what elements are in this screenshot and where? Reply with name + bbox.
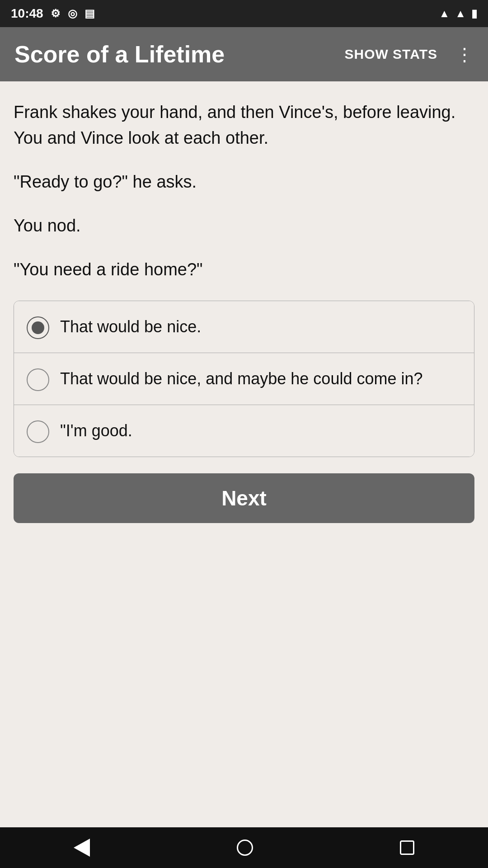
choice-item-1[interactable]: That would be nice. [14, 301, 474, 353]
story-paragraph-1: Frank shakes your hand, and then Vince's… [14, 99, 474, 151]
choice-text-2: That would be nice, and maybe he could c… [60, 367, 461, 391]
choice-text-1: That would be nice. [60, 315, 461, 339]
toolbar-actions: SHOW STATS ⋮ [344, 45, 474, 63]
status-bar-left: 10:48 ⚙ ◎ ▤ [11, 6, 95, 21]
main-content: Frank shakes your hand, and then Vince's… [0, 81, 488, 827]
radio-button-3[interactable] [27, 420, 49, 443]
choice-item-3[interactable]: "I'm good. [14, 405, 474, 457]
sim-icon: ▤ [84, 7, 95, 20]
time-display: 10:48 [11, 6, 43, 21]
radio-inner-1 [32, 321, 44, 334]
nav-bar [0, 827, 488, 868]
overflow-menu-icon[interactable]: ⋮ [455, 45, 474, 63]
status-bar-right: ▲ ▲ ▮ [439, 7, 477, 20]
home-button-icon[interactable] [237, 840, 253, 856]
app-toolbar: Score of a Lifetime SHOW STATS ⋮ [0, 27, 488, 81]
at-icon: ◎ [68, 7, 77, 20]
battery-icon: ▮ [471, 7, 477, 20]
story-paragraph-2: "Ready to go?" he asks. [14, 169, 474, 195]
choice-text-3: "I'm good. [60, 419, 461, 443]
app-title: Score of a Lifetime [14, 41, 225, 68]
story-paragraph-3: You nod. [14, 213, 474, 239]
show-stats-button[interactable]: SHOW STATS [344, 47, 437, 62]
signal-icon: ▲ [455, 7, 466, 20]
wifi-icon: ▲ [439, 7, 450, 20]
story-paragraph-4: "You need a ride home?" [14, 257, 474, 283]
settings-icon: ⚙ [51, 7, 61, 20]
choice-item-2[interactable]: That would be nice, and maybe he could c… [14, 353, 474, 405]
recents-button-icon[interactable] [400, 840, 414, 855]
next-button[interactable]: Next [14, 473, 474, 523]
status-bar: 10:48 ⚙ ◎ ▤ ▲ ▲ ▮ [0, 0, 488, 27]
back-button-icon[interactable] [74, 839, 90, 857]
choices-container: That would be nice. That would be nice, … [14, 301, 474, 457]
radio-button-2[interactable] [27, 368, 49, 391]
radio-button-1[interactable] [27, 316, 49, 339]
